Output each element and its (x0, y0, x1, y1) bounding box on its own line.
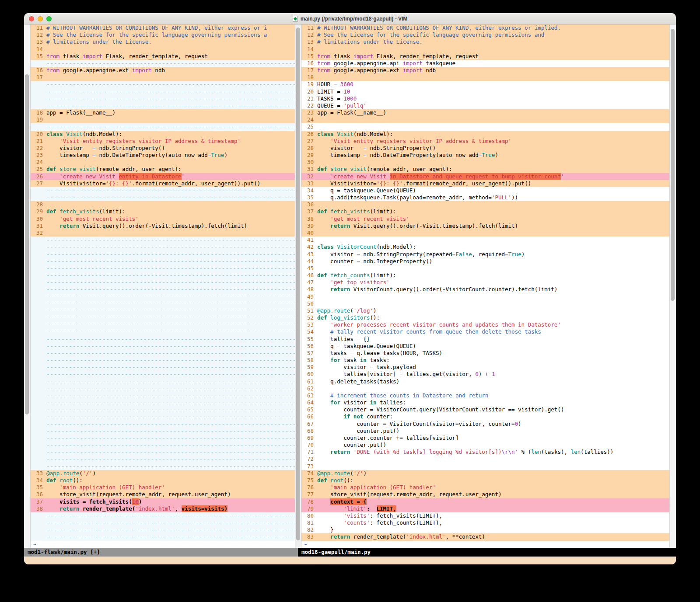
code-line: 59 visitor = task.payload (301, 364, 669, 371)
line-number (31, 95, 46, 102)
line-number: 81 (301, 519, 317, 526)
diff-filler-row: ----------------------------------------… (31, 314, 295, 321)
line-number: 64 (301, 399, 317, 406)
code-line: 57 tasks = q.lease_tasks(HOUR, TASKS) (301, 350, 669, 357)
line-number: 49 (301, 293, 317, 300)
line-number: 31 (301, 166, 317, 173)
line-number: 12 (31, 31, 46, 38)
left-pane-rows[interactable]: 11# WITHOUT WARRANTIES OR CONDITIONS OF … (31, 24, 295, 548)
vim-window: main.py (/private/tmp/mod18-gaepull) - V… (24, 13, 676, 564)
code-line: 47 'get top visitors' (301, 279, 669, 286)
diff-filler-row: ----------------------------------------… (31, 428, 295, 435)
code-line: 31 return Visit.query().order(-Visit.tim… (31, 223, 295, 230)
line-number (31, 194, 46, 201)
line-number (31, 378, 46, 385)
code-line: 45 (301, 265, 669, 272)
scrollbar-thumb[interactable] (25, 74, 29, 414)
line-number: 14 (31, 46, 46, 53)
line-number: 77 (301, 491, 317, 498)
line-number: 13 (31, 38, 46, 45)
line-number: 46 (301, 272, 317, 279)
diff-filler-row: ----------------------------------------… (31, 364, 295, 371)
line-number: 43 (301, 251, 317, 258)
code-line: 39 return Visit.query().order(-Visit.tim… (301, 223, 669, 230)
line-number: 39 (301, 223, 317, 230)
diff-filler-row: ----------------------------------------… (31, 307, 295, 314)
line-number: 37 (31, 498, 46, 505)
code-line: 36 store_visit(request.remote_addr, requ… (31, 491, 295, 498)
diff-filler-row: ----------------------------------------… (31, 81, 295, 88)
code-line: 30 (301, 159, 669, 166)
left-editor-pane[interactable]: 11# WITHOUT WARRANTIES OR CONDITIONS OF … (31, 24, 295, 548)
code-line: 15from flask import Flask, render_templa… (301, 53, 669, 60)
line-number (31, 526, 46, 533)
code-line: 46def fetch_counts(limit): (301, 272, 669, 279)
line-number (31, 357, 46, 364)
split-divider-scrollbar[interactable] (295, 24, 301, 548)
line-number: 62 (301, 385, 317, 392)
document-proxy-icon (293, 16, 298, 22)
zoom-button[interactable] (46, 16, 52, 21)
diff-filler-row: ----------------------------------------… (31, 449, 295, 456)
line-number (31, 533, 46, 540)
code-line: 29def fetch_visits(limit): (31, 208, 295, 215)
left-pane-scrollbar[interactable] (24, 24, 31, 548)
diff-filler-row: ----------------------------------------… (31, 526, 295, 533)
line-number (31, 343, 46, 350)
code-line: 20LIMIT = 10 (301, 88, 669, 95)
minimize-button[interactable] (38, 16, 43, 21)
line-number (31, 60, 46, 67)
code-line: 13# limitations under the License. (301, 38, 669, 45)
diff-filler-row: ----------------------------------------… (31, 88, 295, 95)
line-number: 52 (301, 314, 317, 321)
right-pane-rows[interactable]: 11# WITHOUT WARRANTIES OR CONDITIONS OF … (301, 24, 669, 548)
code-line: 55 tallies = {} (301, 336, 669, 343)
code-line: 81 'counts': fetch_counts(LIMIT), (301, 519, 669, 526)
line-number: 11 (301, 24, 317, 31)
right-pane-scrollbar[interactable] (669, 24, 676, 548)
diff-filler-row: ----------------------------------------… (31, 187, 295, 194)
line-number: 72 (301, 456, 317, 463)
code-line: 74@app.route('/') (301, 470, 669, 477)
code-line: 41 (301, 237, 669, 244)
line-number (31, 300, 46, 307)
code-line: 17 (31, 74, 295, 81)
diff-filler-row: ----------------------------------------… (31, 293, 295, 300)
line-number: 33 (301, 180, 317, 187)
line-number: 19 (301, 81, 317, 88)
line-number (31, 463, 46, 470)
line-number (31, 321, 46, 328)
diff-filler-row: ----------------------------------------… (31, 237, 295, 244)
line-number (31, 512, 46, 519)
line-number: 78 (301, 498, 317, 505)
code-line: 38 'get most recent visits' (301, 216, 669, 223)
status-lines: mod1-flask/main.py [+] mod18-gaepull/mai… (24, 548, 676, 557)
diff-filler-row: ----------------------------------------… (31, 378, 295, 385)
scrollbar-thumb[interactable] (296, 28, 300, 540)
code-line: 14 (31, 46, 295, 53)
line-number (31, 187, 46, 194)
line-number: 38 (301, 216, 317, 223)
right-editor-pane[interactable]: 11# WITHOUT WARRANTIES OR CONDITIONS OF … (301, 24, 669, 548)
line-number (31, 336, 46, 343)
line-number: 13 (301, 38, 317, 45)
line-number: 63 (301, 392, 317, 399)
line-number (31, 406, 46, 413)
code-line: 40 (301, 230, 669, 237)
line-number: 17 (31, 74, 46, 81)
code-line: 12# See the License for the specific lan… (301, 31, 669, 38)
diff-filler-row: ----------------------------------------… (31, 123, 295, 130)
line-number: 23 (31, 152, 46, 159)
code-line: 24 (301, 116, 669, 123)
line-number: 55 (301, 336, 317, 343)
line-number: 41 (301, 237, 317, 244)
line-number (31, 456, 46, 463)
scrollbar-thumb[interactable] (671, 29, 675, 301)
diff-filler-row: ----------------------------------------… (31, 392, 295, 399)
close-button[interactable] (29, 16, 34, 21)
code-line: 26 'create new Visit entity in Datastore… (31, 173, 295, 180)
command-line[interactable] (24, 557, 676, 564)
window-title: main.py (/private/tmp/mod18-gaepull) - V… (301, 16, 408, 22)
line-number (31, 314, 46, 321)
line-number (31, 272, 46, 279)
